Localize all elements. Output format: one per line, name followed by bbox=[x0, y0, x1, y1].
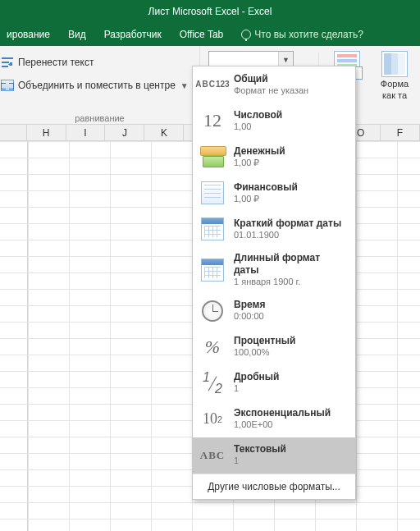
format-fraction[interactable]: 12 Дробный1 bbox=[193, 365, 355, 401]
currency-format-icon bbox=[199, 144, 226, 170]
window-title: Лист Microsoft Excel - Excel bbox=[148, 6, 272, 17]
format-short-date[interactable]: Краткий формат даты01.01.1900 bbox=[193, 211, 355, 247]
long-date-format-icon bbox=[199, 257, 226, 283]
merge-center-button[interactable]: Объединить и поместить в центре ▼ bbox=[0, 74, 193, 97]
col-header[interactable]: I bbox=[66, 125, 106, 140]
col-header[interactable] bbox=[0, 125, 27, 140]
more-number-formats[interactable]: Другие числовые форматы... bbox=[193, 474, 355, 499]
chevron-down-icon[interactable]: ▼ bbox=[180, 81, 189, 90]
ribbon-tabs: ирование Вид Разработчик Office Tab Что … bbox=[0, 23, 420, 46]
svg-rect-1 bbox=[2, 62, 9, 63]
format-long-date[interactable]: Длинный формат даты1 января 1900 г. bbox=[193, 247, 355, 293]
format-text[interactable]: ABC Текстовый1 bbox=[193, 437, 355, 474]
format-as-table-label-1: Форма bbox=[381, 79, 409, 89]
wrap-text-icon bbox=[0, 55, 15, 70]
format-as-table-button[interactable]: Форма как та bbox=[376, 49, 413, 123]
format-as-table-icon bbox=[381, 51, 408, 77]
number-format-dropdown: ABC123 ОбщийФормат не указан 12 Числовой… bbox=[192, 66, 356, 500]
wrap-text-label: Перенести текст bbox=[18, 57, 94, 68]
lightbulb-icon bbox=[241, 30, 251, 39]
accounting-format-icon bbox=[199, 180, 226, 206]
alignment-group: Перенести текст Объединить и поместить в… bbox=[0, 46, 200, 125]
tab-office-tab[interactable]: Office Tab bbox=[180, 29, 224, 40]
wrap-text-button[interactable]: Перенести текст bbox=[0, 51, 193, 74]
svg-rect-0 bbox=[2, 57, 13, 59]
short-date-format-icon bbox=[199, 216, 226, 242]
format-currency[interactable]: Денежный1,00 ₽ bbox=[193, 139, 355, 175]
col-header[interactable]: J bbox=[105, 125, 144, 140]
col-header[interactable]: H bbox=[27, 125, 66, 140]
alignment-group-label: равнивание bbox=[0, 113, 199, 123]
tab-view[interactable]: Вид bbox=[68, 29, 86, 40]
format-as-table-label-2: как та bbox=[382, 90, 407, 100]
time-format-icon bbox=[199, 298, 226, 324]
tell-me-search[interactable]: Что вы хотите сделать? bbox=[241, 29, 363, 40]
title-bar: Лист Microsoft Excel - Excel bbox=[0, 0, 420, 23]
format-number[interactable]: 12 Числовой1,00 bbox=[193, 103, 355, 139]
fraction-format-icon: 12 bbox=[199, 370, 226, 396]
tell-me-label: Что вы хотите сделать? bbox=[254, 29, 363, 40]
format-time[interactable]: Время0:00:00 bbox=[193, 293, 355, 329]
format-percentage[interactable]: % Процентный100,00% bbox=[193, 329, 355, 365]
format-scientific[interactable]: 102 Экспоненциальный1,00E+00 bbox=[193, 401, 355, 437]
merge-center-label: Объединить и поместить в центре bbox=[18, 80, 176, 91]
svg-rect-2 bbox=[2, 66, 8, 67]
general-format-icon: ABC123 bbox=[199, 71, 226, 98]
number-format-icon: 12 bbox=[199, 108, 226, 134]
text-format-icon: ABC bbox=[199, 442, 226, 469]
col-header[interactable]: F bbox=[381, 125, 420, 140]
scientific-format-icon: 102 bbox=[199, 406, 226, 433]
tab-developer[interactable]: Разработчик bbox=[104, 29, 162, 40]
percentage-format-icon: % bbox=[199, 334, 226, 360]
format-accounting[interactable]: Финансовый1,00 ₽ bbox=[193, 175, 355, 211]
tab-formatting[interactable]: ирование bbox=[7, 29, 50, 40]
col-header[interactable]: K bbox=[144, 125, 184, 140]
merge-center-icon bbox=[0, 78, 15, 93]
format-general[interactable]: ABC123 ОбщийФормат не указан bbox=[193, 66, 355, 103]
